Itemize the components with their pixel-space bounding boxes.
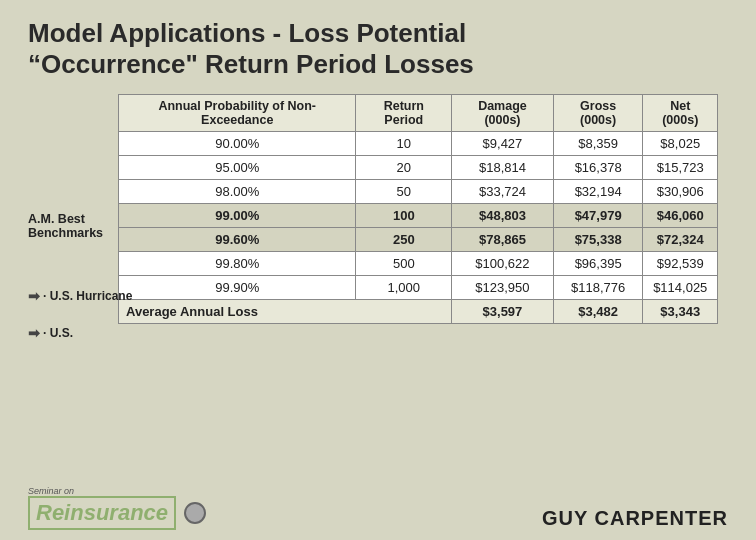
- table-cell: $123,950: [452, 276, 554, 300]
- avg-label: Average Annual Loss: [119, 300, 452, 324]
- footer-left: Seminar on Reinsurance: [28, 486, 206, 530]
- table-row: 99.00%100$48,803$47,979$46,060: [119, 204, 718, 228]
- page-title: Model Applications - Loss Potential “Occ…: [28, 18, 728, 80]
- table-cell: 500: [356, 252, 452, 276]
- table-cell: $15,723: [643, 156, 718, 180]
- title-block: Model Applications - Loss Potential “Occ…: [28, 18, 728, 80]
- col-header-period: Return Period: [356, 95, 452, 132]
- us-label-block: ➡ · U.S.: [28, 325, 73, 341]
- table-cell: $96,395: [553, 252, 643, 276]
- table-header-row: Annual Probability of Non-Exceedance Ret…: [119, 95, 718, 132]
- table-cell: $8,025: [643, 132, 718, 156]
- table-cell: 90.00%: [119, 132, 356, 156]
- table-cell: $8,359: [553, 132, 643, 156]
- table-row: 99.90%1,000$123,950$118,776$114,025: [119, 276, 718, 300]
- table-cell: 1,000: [356, 276, 452, 300]
- col-header-net: Net (000s): [643, 95, 718, 132]
- hurricane-label: ➡ · U.S. Hurricane: [28, 288, 132, 304]
- table-row: 90.00%10$9,427$8,359$8,025: [119, 132, 718, 156]
- slide: Model Applications - Loss Potential “Occ…: [0, 0, 756, 540]
- table-cell: $33,724: [452, 180, 554, 204]
- table-cell: $9,427: [452, 132, 554, 156]
- col-header-gross: Gross (000s): [553, 95, 643, 132]
- side-labels: A.M. BestBenchmarks: [28, 212, 103, 244]
- table-cell: 250: [356, 228, 452, 252]
- col-header-damage: Damage (000s): [452, 95, 554, 132]
- table-cell: $92,539: [643, 252, 718, 276]
- table-cell: $48,803: [452, 204, 554, 228]
- table-cell: 98.00%: [119, 180, 356, 204]
- table-cell: 100: [356, 204, 452, 228]
- table-cell: $30,906: [643, 180, 718, 204]
- am-best-label: A.M. BestBenchmarks: [28, 212, 103, 240]
- arrow-icon-2: ➡: [28, 325, 40, 341]
- table-cell: $100,622: [452, 252, 554, 276]
- avg-cell: $3,482: [553, 300, 643, 324]
- table-row: 98.00%50$33,724$32,194$30,906: [119, 180, 718, 204]
- table-cell: 99.60%: [119, 228, 356, 252]
- table-cell: $32,194: [553, 180, 643, 204]
- table-cell: 99.80%: [119, 252, 356, 276]
- table-cell: $75,338: [553, 228, 643, 252]
- footer: Seminar on Reinsurance GUY CARPENTER: [28, 486, 728, 530]
- logo-circle-icon: [184, 502, 206, 524]
- table-row: 99.80%500$100,622$96,395$92,539: [119, 252, 718, 276]
- hurricane-label-block: ➡ · U.S. Hurricane: [28, 288, 132, 304]
- seminar-text: Seminar on: [28, 486, 74, 496]
- arrow-icon: ➡: [28, 288, 40, 304]
- table-cell: $47,979: [553, 204, 643, 228]
- avg-row: Average Annual Loss$3,597$3,482$3,343: [119, 300, 718, 324]
- avg-cell: $3,343: [643, 300, 718, 324]
- table-cell: $118,776: [553, 276, 643, 300]
- table-cell: $16,378: [553, 156, 643, 180]
- table-cell: $46,060: [643, 204, 718, 228]
- table-cell: 99.90%: [119, 276, 356, 300]
- table-row: 99.60%250$78,865$75,338$72,324: [119, 228, 718, 252]
- table-cell: 20: [356, 156, 452, 180]
- footer-right-logo: GUY CARPENTER: [542, 507, 728, 530]
- table-cell: 50: [356, 180, 452, 204]
- table-cell: $114,025: [643, 276, 718, 300]
- table-cell: 10: [356, 132, 452, 156]
- main-table-wrapper: Annual Probability of Non-Exceedance Ret…: [118, 94, 718, 324]
- table-row: 95.00%20$18,814$16,378$15,723: [119, 156, 718, 180]
- table-cell: $18,814: [452, 156, 554, 180]
- table-cell: $78,865: [452, 228, 554, 252]
- table-cell: 99.00%: [119, 204, 356, 228]
- table-cell: 95.00%: [119, 156, 356, 180]
- data-table: Annual Probability of Non-Exceedance Ret…: [118, 94, 718, 324]
- col-header-prob: Annual Probability of Non-Exceedance: [119, 95, 356, 132]
- avg-cell: $3,597: [452, 300, 554, 324]
- table-cell: $72,324: [643, 228, 718, 252]
- reinsurance-logo: Reinsurance: [28, 496, 176, 530]
- us-label: ➡ · U.S.: [28, 325, 73, 341]
